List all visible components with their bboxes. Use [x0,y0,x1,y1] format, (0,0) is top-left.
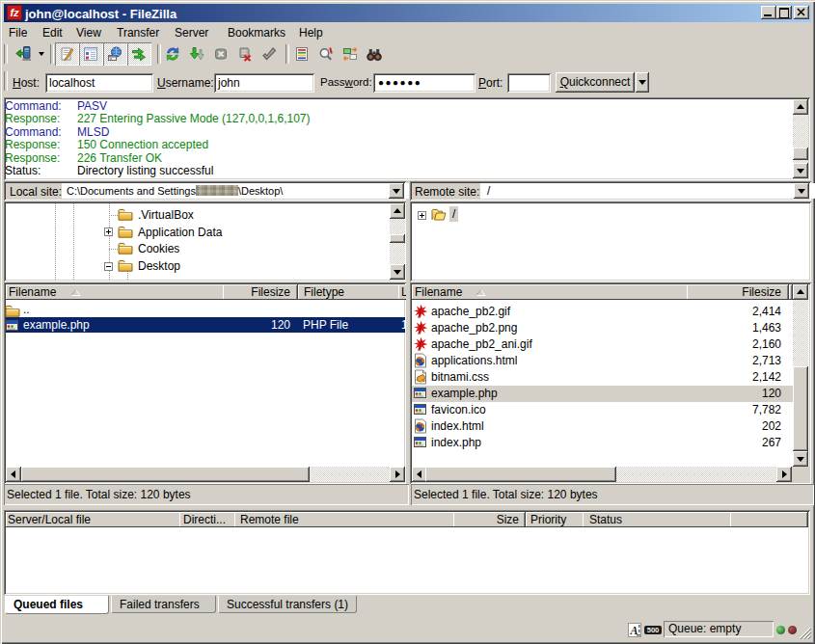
svg-text:fz: fz [10,7,19,18]
